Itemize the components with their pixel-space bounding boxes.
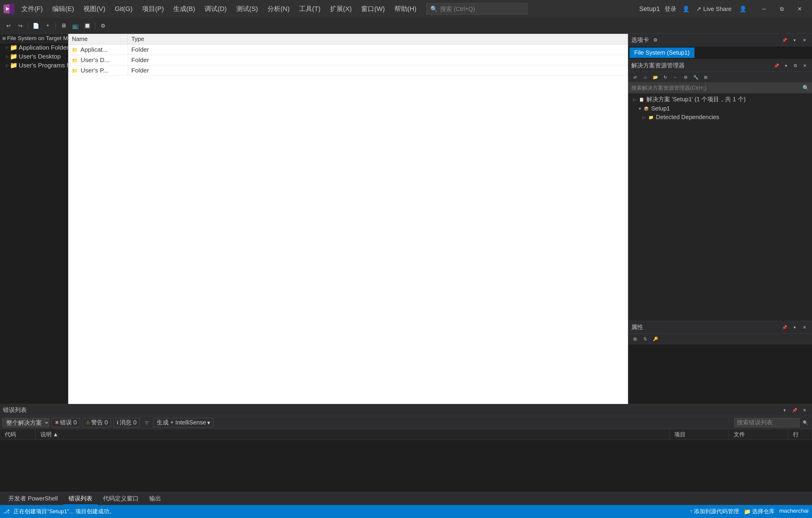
se-tb-btn-2[interactable]: ⌂ — [641, 73, 650, 81]
user-programs-label: User's Programs Menu — [19, 62, 68, 69]
menu-help[interactable]: 帮助(H) — [390, 3, 421, 15]
status-source-control[interactable]: ↑ 添加到源代码管理 — [690, 508, 739, 515]
se-tb-btn-6[interactable]: ⚙ — [681, 73, 690, 81]
center-panel: Name Type 📁 Applicat... Folder � — [68, 34, 628, 404]
info-count-label: 消息 0 — [120, 418, 137, 427]
menu-test[interactable]: 测试(S) — [232, 3, 262, 15]
active-tab[interactable]: File System (Setup1) — [630, 48, 694, 58]
props-pin-button[interactable]: 📌 — [780, 323, 789, 331]
props-close-button[interactable]: ✕ — [800, 323, 809, 331]
toolbar-extra[interactable]: ⚙ — [98, 21, 108, 31]
user-icon[interactable]: 👤 — [681, 4, 691, 13]
search-box[interactable]: 🔍 搜索 (Ctrl+Q) — [427, 3, 527, 15]
menu-file[interactable]: 文件(F) — [17, 3, 47, 15]
monitor3-button[interactable]: 🔲 — [82, 21, 93, 31]
tab-pin-button[interactable]: 📌 — [780, 36, 789, 44]
se-item-solution[interactable]: ▷ 📋 解决方案 'Setup1' (1 个项目，共 1 个) — [628, 94, 812, 104]
monitor2-button[interactable]: 📺 — [70, 21, 81, 31]
info-badge[interactable]: ℹ 消息 0 — [113, 418, 140, 428]
menu-git[interactable]: Git(G) — [111, 4, 137, 14]
menu-tools[interactable]: 工具(T) — [295, 3, 325, 15]
error-dropdown-button[interactable]: ▾ — [780, 406, 789, 414]
menu-project[interactable]: 项目(P) — [138, 3, 168, 15]
props-title: 属性 — [631, 323, 643, 331]
se-item-project[interactable]: ▼ 📦 Setup1 — [628, 104, 812, 113]
se-dropdown-button[interactable]: ▾ — [782, 62, 790, 69]
person-icon[interactable]: 👤 — [737, 4, 749, 13]
scope-select[interactable]: 整个解决方案 — [2, 418, 49, 428]
toolbar: ↩ ↪ 📄 + 🖥 📺 🔲 ⚙ — [0, 18, 812, 34]
props-tb-btn-2[interactable]: ⇅ — [641, 335, 650, 343]
se-search[interactable]: 搜索解决方案资源管理器(Ctrl+;) 🔍 — [628, 83, 812, 93]
tab-panel-title: 选项卡 — [631, 36, 649, 44]
props-tb-btn-3[interactable]: 🔑 — [651, 335, 660, 343]
tree-item-user-programs[interactable]: ▷ 📁 User's Programs Menu — [0, 61, 68, 70]
status-bar: ⎇ 正在创建项目"Setup1"... 项目创建成功。 ↑ 添加到源代码管理 📁… — [0, 505, 812, 518]
add-button[interactable]: + — [42, 21, 53, 31]
se-pin-button[interactable]: 📌 — [772, 62, 781, 69]
monitor-button[interactable]: 🖥 — [58, 21, 69, 31]
se-item-deps[interactable]: ▷ 📁 Detected Dependencies — [628, 113, 812, 121]
se-header: 解决方案资源管理器 📌 ▾ ⧉ ✕ — [628, 59, 812, 72]
col-project: 项目 — [670, 429, 729, 440]
new-project-button[interactable]: 📄 — [31, 21, 41, 31]
menu-build[interactable]: 生成(B) — [169, 3, 199, 15]
solution-expand-icon: ▷ — [633, 97, 638, 102]
table-row[interactable]: 📁 User's P... Folder — [68, 65, 628, 76]
status-repo[interactable]: 📁 选择仓库 — [744, 508, 775, 515]
deps-label: Detected Dependencies — [656, 114, 719, 120]
tab-powershell[interactable]: 开发者 PowerShell — [3, 493, 63, 505]
tree-item-user-desktop[interactable]: ▷ 📁 User's Desktop — [0, 52, 68, 61]
props-dropdown-button[interactable]: ▾ — [790, 323, 799, 331]
repo-label: 选择仓库 — [752, 508, 775, 515]
se-tb-btn-4[interactable]: ↻ — [661, 73, 670, 81]
menu-extensions[interactable]: 扩展(X) — [326, 3, 356, 15]
error-filter-icon[interactable]: ▽ — [142, 419, 151, 427]
tab-close-button[interactable]: ✕ — [800, 36, 809, 44]
undo-button[interactable]: ↩ — [3, 21, 13, 31]
error-pin-button[interactable]: 📌 — [790, 406, 799, 414]
tab-code-definition[interactable]: 代码定义窗口 — [98, 493, 144, 505]
error-badge[interactable]: ✖ 错误 0 — [52, 418, 80, 428]
build-filter-label[interactable]: 生成 + IntelliSense ▾ — [153, 418, 213, 428]
gear-icon[interactable]: ⚙ — [653, 37, 657, 43]
props-tb-btn-1[interactable]: ⊞ — [631, 335, 640, 343]
error-search-button[interactable]: 🔍 — [801, 419, 810, 427]
tree-item-app-folder[interactable]: ▷ 📁 Application Folder — [0, 43, 68, 52]
close-button[interactable]: ✕ — [791, 3, 808, 15]
title-bar: 文件(F) 编辑(E) 视图(V) Git(G) 项目(P) 生成(B) 调试(… — [0, 0, 812, 18]
se-tb-btn-8[interactable]: ⊞ — [701, 73, 710, 81]
search-placeholder: 搜索 (Ctrl+Q) — [440, 5, 475, 13]
tab-error-list[interactable]: 错误列表 — [63, 493, 98, 505]
table-row[interactable]: 📁 Applicat... Folder — [68, 45, 628, 55]
live-share-button[interactable]: ↗ Live Share — [692, 4, 736, 13]
login-button[interactable]: 登录 — [661, 4, 680, 14]
live-share-label: Live Share — [703, 6, 731, 12]
tree-root[interactable]: ⊞ File System on Target Machine — [0, 34, 68, 43]
menu-view[interactable]: 视图(V) — [79, 3, 109, 15]
tab-dropdown-button[interactable]: ▾ — [790, 36, 799, 44]
se-close-button[interactable]: ✕ — [801, 62, 809, 69]
solution-explorer: 解决方案资源管理器 📌 ▾ ⧉ ✕ ⇄ ⌂ 📂 ↻ ← ⚙ � — [628, 59, 812, 321]
menu-window[interactable]: 窗口(W) — [357, 3, 389, 15]
tab-output[interactable]: 输出 — [144, 493, 167, 505]
se-tb-btn-7[interactable]: 🔧 — [691, 73, 700, 81]
restore-button[interactable]: ⧉ — [773, 3, 791, 15]
menu-edit[interactable]: 编辑(E) — [48, 3, 78, 15]
error-close-button[interactable]: ✕ — [800, 406, 809, 414]
redo-button[interactable]: ↪ — [15, 21, 26, 31]
warning-badge[interactable]: ⚠ 警告 0 — [83, 418, 111, 428]
window-controls: ─ ⧉ ✕ — [755, 3, 808, 15]
folder-icon-desktop: 📁 — [10, 53, 18, 60]
upload-icon: ↑ — [690, 508, 693, 515]
folder-expand-icon-3: ▷ — [6, 63, 9, 67]
se-tb-btn-1[interactable]: ⇄ — [631, 73, 640, 81]
menu-analyze[interactable]: 分析(N) — [263, 3, 294, 15]
se-tb-btn-3[interactable]: 📂 — [651, 73, 660, 81]
menu-debug[interactable]: 调试(D) — [200, 3, 231, 15]
se-tb-btn-5[interactable]: ← — [671, 73, 680, 81]
row-type-3: Folder — [127, 65, 628, 76]
se-float-button[interactable]: ⧉ — [791, 62, 800, 69]
minimize-button[interactable]: ─ — [755, 3, 773, 15]
table-row[interactable]: 📁 User's D... Folder — [68, 55, 628, 65]
